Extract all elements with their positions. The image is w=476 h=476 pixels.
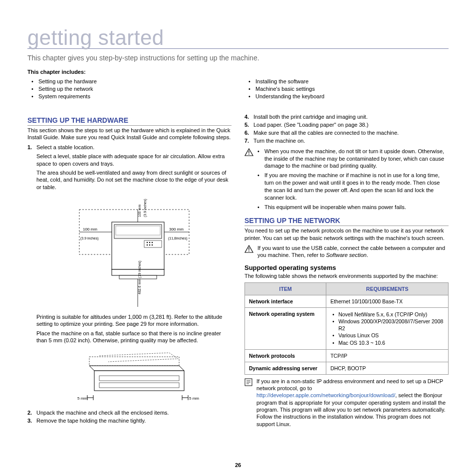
bonjour-link[interactable]: http://developer.apple.com/networking/bo… bbox=[256, 392, 395, 398]
svg-text:(3.9 inches): (3.9 inches) bbox=[143, 199, 147, 217]
chapter-includes-heading: This chapter includes: bbox=[27, 69, 449, 75]
hardware-intro: This section shows the steps to set up t… bbox=[27, 127, 232, 141]
svg-point-10 bbox=[146, 244, 147, 245]
step-6: 6.Make sure that all the cables are conn… bbox=[244, 129, 449, 136]
clearance-diagram: 100 mm (3.9 inches) 100 mm (3.9 inches) … bbox=[36, 195, 232, 309]
supported-os-intro: The following table shows the network en… bbox=[244, 272, 449, 279]
list-item: System requirements bbox=[31, 93, 232, 100]
svg-text:5 mm: 5 mm bbox=[77, 396, 87, 401]
svg-text:5 mm: 5 mm bbox=[189, 396, 199, 401]
requirements-table: Item Requirements Network interface Ethe… bbox=[244, 282, 449, 375]
step-1: 1. Select a stable location. bbox=[27, 144, 232, 151]
step-7: 7.Turn the machine on. bbox=[244, 137, 449, 144]
table-row: Dynamic addressing server DHCP, BOOTP bbox=[245, 362, 449, 374]
svg-text:482.6 mm (19 inches): 482.6 mm (19 inches) bbox=[138, 260, 142, 294]
list-item: Windows 2000/XP/2003/2008//7/Server 2008… bbox=[332, 318, 444, 332]
svg-text:!: ! bbox=[248, 150, 249, 156]
flatness-diagram: 5 mm 5 mm bbox=[36, 348, 232, 405]
caution-box: ! When you move the machine, do not tilt… bbox=[244, 148, 449, 213]
table-header: Requirements bbox=[326, 282, 449, 295]
list-item: Setting up the network bbox=[31, 85, 232, 93]
toc-left: Setting up the hardware Setting up the n… bbox=[31, 78, 232, 100]
list-item: Installing the software bbox=[248, 78, 449, 85]
list-item: Machine's basic settings bbox=[248, 85, 449, 93]
table-row: Network interface Ethernet 10/100/1000 B… bbox=[245, 295, 449, 307]
svg-point-7 bbox=[146, 242, 147, 243]
svg-point-11 bbox=[149, 244, 150, 245]
chapter-intro: This chapter gives you step-by-step inst… bbox=[27, 54, 449, 62]
svg-text:100 mm: 100 mm bbox=[83, 227, 97, 232]
svg-text:300 mm: 300 mm bbox=[169, 227, 184, 232]
step1-para: The area should be well-ventilated and a… bbox=[36, 169, 232, 191]
usb-note: ! If you want to use the USB cable, conn… bbox=[244, 244, 449, 259]
svg-text:100 mm: 100 mm bbox=[138, 204, 141, 217]
note-icon bbox=[244, 378, 252, 387]
page-number: 26 bbox=[0, 462, 476, 468]
svg-rect-3 bbox=[116, 226, 160, 235]
svg-rect-6 bbox=[144, 240, 162, 247]
svg-text:(11,8inches): (11,8inches) bbox=[168, 237, 188, 240]
caution-icon: ! bbox=[244, 245, 253, 254]
tip-box: If you are in a non-static IP address en… bbox=[244, 378, 449, 428]
step-5: 5.Load paper. (See "Loading paper" on pa… bbox=[244, 121, 449, 128]
step-4: 4.Install both the print cartridge and i… bbox=[244, 113, 449, 120]
step-3: 3. Remove the tape holding the machine t… bbox=[27, 417, 232, 424]
list-item: Mac OS 10.3 ~ 10.6 bbox=[332, 339, 444, 346]
step1-para: Place the machine on a flat, stable surf… bbox=[36, 330, 232, 344]
network-heading: Setting up the network bbox=[244, 217, 449, 226]
svg-point-12 bbox=[151, 244, 152, 245]
network-intro: You need to set up the network protocols… bbox=[244, 227, 449, 241]
step-2: 2. Unpack the machine and check all the … bbox=[27, 409, 232, 416]
svg-rect-25 bbox=[89, 357, 179, 366]
list-item: Novell NetWare 5.x, 6.x (TCP/IP Only) bbox=[332, 311, 444, 318]
svg-text:!: ! bbox=[248, 247, 249, 252]
svg-point-8 bbox=[149, 242, 150, 243]
table-row: Network operating system Novell NetWare … bbox=[245, 307, 449, 349]
step1-para: Select a level, stable place with adequa… bbox=[36, 153, 232, 167]
supported-os-heading: Supported operating systems bbox=[244, 264, 449, 271]
step1-para: Printing is suitable for altitudes under… bbox=[36, 313, 232, 328]
table-header: Item bbox=[245, 282, 326, 295]
list-item: If you are moving the machine or if mach… bbox=[257, 172, 449, 201]
caution-icon: ! bbox=[244, 148, 253, 157]
toc-right: Installing the software Machine's basic … bbox=[248, 78, 449, 100]
page-title: getting started bbox=[27, 27, 449, 49]
svg-point-9 bbox=[151, 242, 152, 243]
list-item: Understanding the keyboard bbox=[248, 93, 449, 100]
svg-marker-26 bbox=[89, 366, 184, 371]
hardware-heading: Setting up the hardware bbox=[27, 116, 232, 126]
list-item: When you move the machine, do not tilt o… bbox=[257, 148, 449, 170]
list-item: This equipment will be inoperable when m… bbox=[257, 204, 449, 211]
list-item: Various Linux OS bbox=[332, 332, 444, 339]
svg-text:(3.9 inches): (3.9 inches) bbox=[80, 237, 99, 240]
table-row: Network protocols TCP/IP bbox=[245, 349, 449, 362]
list-item: Setting up the hardware bbox=[31, 78, 232, 85]
